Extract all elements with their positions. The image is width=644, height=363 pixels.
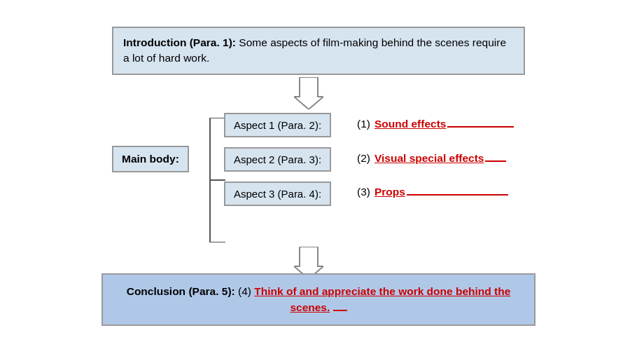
answer-1: (1) Sound effects — [357, 118, 514, 130]
conclusion-box: Conclusion (Para. 5): (4) Think of and a… — [102, 273, 536, 326]
answer-text-2: Visual special effects — [374, 152, 507, 165]
answer-3: (3) Props — [357, 186, 508, 198]
conclusion-number: (4) — [238, 285, 251, 297]
answer-2: (2) Visual special effects — [357, 152, 506, 165]
answer-text-3: Props — [374, 186, 508, 198]
arrow-down-1 — [294, 77, 323, 109]
conclusion-line — [333, 310, 347, 311]
aspect-box-1: Aspect 1 (Para. 2): — [224, 113, 331, 137]
answer-text-1: Sound effects — [374, 118, 514, 130]
aspect-box-3: Aspect 3 (Para. 4): — [224, 182, 331, 206]
answer-number-2: (2) — [357, 152, 370, 165]
intro-label: Introduction (Para. 1): — [123, 36, 236, 48]
conclusion-label: Conclusion (Para. 5): — [127, 285, 235, 297]
answer-number-1: (1) — [357, 118, 370, 130]
answer-number-3: (3) — [357, 186, 370, 198]
conclusion-answer: Think of and appreciate the work done be… — [254, 285, 510, 313]
intro-box: Introduction (Para. 1): Some aspects of … — [112, 27, 525, 75]
aspect-box-2: Aspect 2 (Para. 3): — [224, 147, 331, 172]
main-body-label: Main body: — [112, 146, 189, 172]
svg-marker-0 — [294, 77, 323, 109]
bracket-lines — [195, 118, 225, 242]
